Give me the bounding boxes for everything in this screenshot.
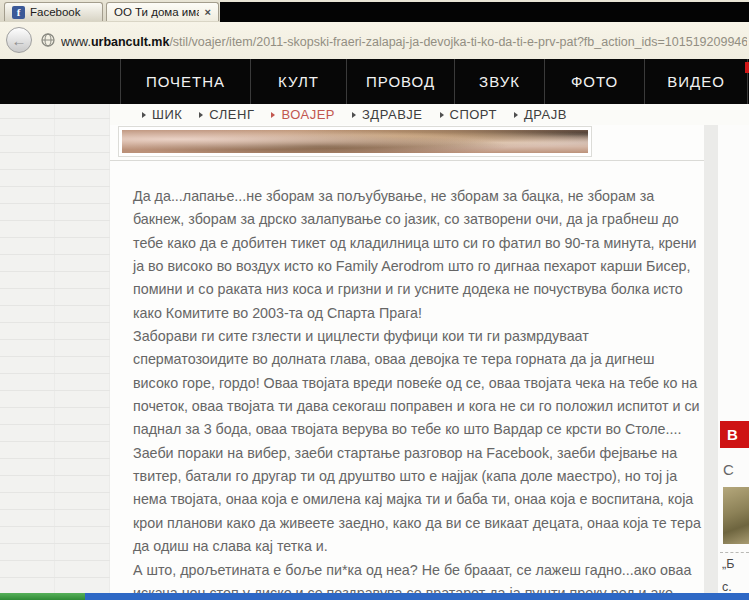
dashed-divider bbox=[720, 552, 749, 553]
article-photo-frame bbox=[118, 126, 592, 157]
article-column: Да да...лапање...не зборам за пољубување… bbox=[110, 125, 704, 593]
subnav-item-shik[interactable]: ШИК bbox=[142, 107, 182, 122]
facebook-icon: f bbox=[12, 6, 25, 19]
taskbar-edge[interactable] bbox=[0, 593, 749, 600]
url-domain: urbancult.mk bbox=[91, 35, 170, 49]
globe-icon bbox=[41, 33, 55, 47]
bullet-triangle-icon bbox=[440, 112, 444, 118]
subnav-item-voajer[interactable]: ВОАЈЕР bbox=[271, 107, 335, 122]
bullet-triangle-icon bbox=[142, 112, 146, 118]
sidebar-link-fragment[interactable]: с. bbox=[722, 580, 732, 594]
sidebar-column: В С „Б с. bbox=[718, 125, 749, 593]
subnav-item-sleng[interactable]: СЛЕНГ bbox=[199, 107, 254, 122]
bullet-triangle-icon bbox=[199, 112, 203, 118]
subnav-label: ВОАЈЕР bbox=[281, 107, 335, 122]
article-body: Да да...лапање...не зборам за пољубување… bbox=[133, 185, 703, 600]
nav-item-zvuk[interactable]: ЗВУК bbox=[454, 59, 544, 104]
tab-active[interactable]: ОО Ти дома има... × bbox=[106, 2, 219, 21]
bullet-triangle-icon bbox=[271, 112, 275, 118]
bullet-triangle-icon bbox=[352, 112, 356, 118]
subnav-label: ДРАЈВ bbox=[524, 107, 567, 122]
subnav-label: ШИК bbox=[152, 107, 182, 122]
sidebar-link-fragment[interactable]: „Б bbox=[722, 557, 734, 571]
sidebar-section-badge: В bbox=[720, 421, 749, 448]
bullet-triangle-icon bbox=[514, 112, 518, 118]
subnav-label: СПОРТ bbox=[450, 107, 497, 122]
back-button[interactable]: ← bbox=[6, 27, 32, 53]
start-button-edge[interactable] bbox=[0, 593, 85, 600]
subnav-item-zdravje[interactable]: ЗДРАВЈЕ bbox=[352, 107, 422, 122]
main-navigation: ПОЧЕТНА КУЛТ ПРОВОД ЗВУК ФОТО ВИДЕО bbox=[0, 59, 749, 104]
nav-red-accent bbox=[745, 62, 749, 73]
address-bar[interactable]: ← www.urbancult.mk/stil/voajer/item/2011… bbox=[0, 22, 749, 60]
url-path: /stil/voajer/item/2011-skopski-fraeri-za… bbox=[169, 35, 747, 49]
url-www: www. bbox=[61, 35, 91, 49]
browser-tab-strip: f Facebook ОО Ти дома има... × bbox=[0, 0, 749, 23]
back-arrow-icon: ← bbox=[12, 32, 27, 49]
close-icon[interactable]: × bbox=[205, 6, 211, 18]
nav-item-video[interactable]: ВИДЕО bbox=[644, 59, 748, 104]
subnav-label: СЛЕНГ bbox=[209, 107, 254, 122]
article-paragraph: Да да...лапање...не зборам за пољубување… bbox=[133, 185, 703, 325]
article-paragraph: Заборави ги сите гзлести и цицлести фуфи… bbox=[133, 325, 703, 442]
tab-active-label: ОО Ти дома има... bbox=[114, 6, 199, 18]
nav-item-kult[interactable]: КУЛТ bbox=[250, 59, 346, 104]
url-field[interactable]: www.urbancult.mk/stil/voajer/item/2011-s… bbox=[61, 35, 747, 49]
column-gap bbox=[704, 125, 718, 593]
nav-item-foto[interactable]: ФОТО bbox=[544, 59, 644, 104]
article-paragraph: Заеби пораки на вибер, заеби стартање ра… bbox=[133, 442, 703, 559]
tab-facebook[interactable]: f Facebook bbox=[4, 2, 103, 21]
subnav-label: ЗДРАВЈЕ bbox=[362, 107, 422, 122]
sidebar-thumbnail[interactable] bbox=[723, 487, 749, 544]
article-photo bbox=[122, 130, 588, 153]
sidebar-heading-fragment: С bbox=[723, 461, 734, 478]
nav-item-pocetna[interactable]: ПОЧЕТНА bbox=[120, 59, 250, 104]
subnav-item-drajv[interactable]: ДРАЈВ bbox=[514, 107, 567, 122]
divider-line bbox=[110, 160, 704, 161]
censored-tabs-block bbox=[220, 2, 749, 22]
subnav-item-sport[interactable]: СПОРТ bbox=[440, 107, 497, 122]
tab-facebook-label: Facebook bbox=[30, 6, 81, 18]
nav-item-provod[interactable]: ПРОВОД bbox=[346, 59, 454, 104]
sub-navigation: ШИК СЛЕНГ ВОАЈЕР ЗДРАВЈЕ СПОРТ ДРАЈВ bbox=[110, 104, 749, 125]
